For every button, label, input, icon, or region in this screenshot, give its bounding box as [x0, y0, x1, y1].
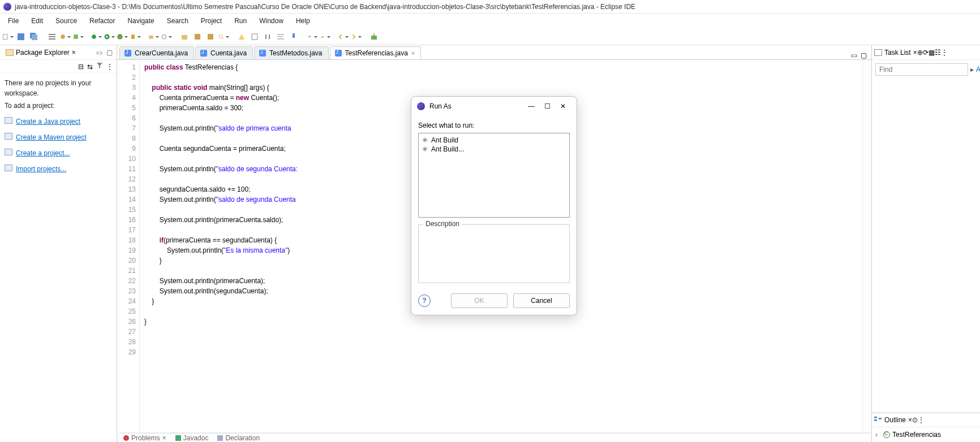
svg-rect-24 — [874, 417, 877, 418]
package-icon — [6, 49, 14, 56]
svg-rect-1 — [18, 33, 24, 40]
back-button[interactable] — [337, 31, 349, 42]
search-button[interactable] — [218, 31, 229, 42]
editor-tab-label: TestMetodos.java — [269, 49, 322, 57]
toggle-pin-button[interactable] — [288, 31, 299, 42]
editor-presentation-button[interactable]: ▭ — [851, 51, 857, 59]
find-go-icon[interactable]: ▸ — [970, 66, 974, 73]
java-file-icon — [124, 50, 131, 57]
chevron-right-icon[interactable]: › — [875, 431, 881, 439]
pe-link-2[interactable]: Create a project... — [5, 146, 112, 158]
close-button[interactable]: ✕ — [555, 98, 571, 114]
package-explorer-tab[interactable]: Package Explorer × — [2, 47, 79, 58]
open-resource-button[interactable] — [205, 31, 216, 42]
menu-edit[interactable]: Edit — [25, 15, 49, 27]
new-class-button[interactable] — [161, 31, 172, 42]
dialog-title-bar[interactable]: Run As — ☐ ✕ — [411, 97, 577, 116]
ok-button[interactable]: OK — [451, 293, 508, 308]
link-editor-button[interactable]: ⇆ — [87, 63, 93, 71]
editor-tab[interactable]: Cuenta.java — [195, 46, 253, 59]
menu-run[interactable]: Run — [229, 15, 252, 27]
forward-button[interactable] — [350, 31, 362, 42]
tasklist-new-button[interactable]: ⊕ — [917, 49, 923, 57]
close-icon[interactable]: × — [908, 416, 912, 424]
menu-source[interactable]: Source — [50, 15, 83, 27]
svg-rect-0 — [3, 34, 8, 39]
svg-point-7 — [61, 34, 65, 39]
outline-focus-button[interactable]: ⊙ — [912, 416, 918, 424]
editor-tab[interactable]: TestReferencias.java× — [330, 46, 422, 59]
view-menu-button[interactable]: ⋮ — [106, 63, 113, 71]
editor-tab[interactable]: CrearCuenta.java — [119, 46, 194, 59]
tasklist-tree-button[interactable]: ☷ — [935, 49, 941, 57]
menu-window[interactable]: Window — [253, 15, 289, 27]
block-selection-button[interactable] — [249, 31, 260, 42]
tab-problems[interactable]: Problems× — [123, 434, 166, 442]
run-last-button[interactable] — [130, 31, 141, 42]
debug-button[interactable] — [91, 31, 102, 42]
pe-link-label[interactable]: Create a Maven project — [16, 132, 87, 142]
tasklist-filter-button[interactable]: ⋮ — [941, 49, 948, 57]
pin-editor-button[interactable] — [368, 31, 380, 42]
close-icon[interactable]: × — [411, 50, 415, 57]
collapse-all-button[interactable]: ⊟ — [78, 63, 84, 71]
menu-search[interactable]: Search — [161, 15, 194, 27]
word-wrap-button[interactable] — [275, 31, 286, 42]
tab-javadoc[interactable]: Javadoc — [175, 434, 209, 442]
mark-occurrences-button[interactable] — [236, 31, 247, 42]
save-all-button[interactable] — [28, 31, 40, 42]
close-icon[interactable]: × — [162, 434, 166, 442]
tab-declaration[interactable]: Declaration — [217, 434, 260, 442]
outline-menu-button[interactable]: ⋮ — [918, 416, 925, 424]
maximize-view-button[interactable]: ▢ — [104, 47, 114, 58]
show-whitespace-button[interactable] — [262, 31, 273, 42]
new-java-button[interactable] — [72, 31, 84, 42]
new-button[interactable] — [2, 31, 14, 42]
description-box: Description — [418, 224, 570, 283]
task-find-input[interactable] — [875, 63, 968, 76]
tasklist-sync-button[interactable]: ⟳ — [923, 49, 929, 57]
tasklist-sched-button[interactable]: ▦ — [929, 49, 935, 57]
open-type-button[interactable] — [179, 31, 190, 42]
menu-refactor[interactable]: Refactor — [84, 15, 121, 27]
maximize-button[interactable]: ☐ — [539, 98, 555, 114]
svg-rect-4 — [49, 34, 55, 35]
menu-project[interactable]: Project — [195, 15, 227, 27]
help-button[interactable]: ? — [418, 294, 431, 307]
coverage-button[interactable] — [117, 31, 128, 42]
minimize-view-button[interactable]: ▭ — [94, 47, 104, 58]
close-icon[interactable]: × — [72, 49, 76, 57]
editor-maximize-button[interactable]: ▢ — [861, 51, 867, 59]
save-button[interactable] — [15, 31, 27, 42]
pe-link-0[interactable]: Create a Java project — [5, 114, 112, 127]
outline-item-testreferencias[interactable]: › TestReferencias — [875, 431, 977, 439]
pe-link-label[interactable]: Create a Java project — [16, 116, 80, 127]
declaration-icon — [217, 435, 223, 441]
skip-breakpoints-button[interactable] — [59, 31, 71, 42]
menu-navigate[interactable]: Navigate — [122, 15, 160, 27]
editor-tab[interactable]: TestMetodos.java — [254, 46, 328, 59]
editor-tab-label: TestReferencias.java — [345, 49, 408, 57]
menu-help[interactable]: Help — [290, 15, 316, 27]
menu-file[interactable]: File — [2, 15, 24, 27]
run-button[interactable] — [104, 31, 115, 42]
cancel-button[interactable]: Cancel — [513, 293, 570, 308]
run-option[interactable]: ✳Ant Build... — [421, 145, 567, 154]
run-option[interactable]: ✳Ant Build — [421, 136, 567, 145]
open-task-button[interactable] — [192, 31, 203, 42]
minimize-button[interactable]: — — [523, 98, 539, 114]
new-package-button[interactable] — [148, 31, 159, 42]
pe-link-1[interactable]: Create a Maven project — [5, 130, 112, 142]
toggle-breadcrumb-button[interactable] — [46, 31, 58, 42]
pe-link-3[interactable]: Import projects... — [5, 162, 112, 174]
run-config-list[interactable]: ✳Ant Build✳Ant Build... — [418, 133, 570, 218]
java-file-icon — [335, 50, 342, 57]
overview-ruler[interactable] — [862, 60, 871, 432]
all-filter-link[interactable]: All — [976, 66, 980, 73]
close-icon[interactable]: × — [913, 49, 917, 57]
pe-link-label[interactable]: Create a project... — [16, 148, 70, 158]
pe-link-label[interactable]: Import projects... — [16, 164, 66, 174]
next-annotation-button[interactable] — [306, 31, 317, 42]
filter-button[interactable] — [96, 62, 103, 71]
prev-annotation-button[interactable] — [319, 31, 330, 42]
